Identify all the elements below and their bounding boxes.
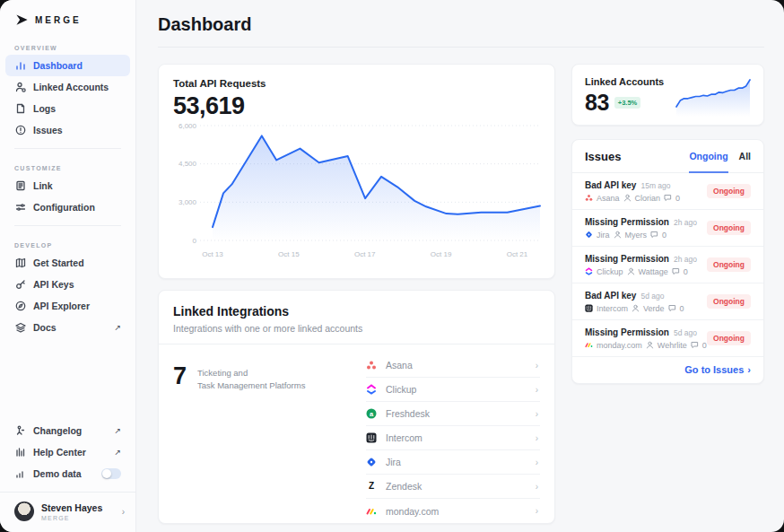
svg-text:Oct 17: Oct 17 <box>354 250 376 258</box>
issue-comment-count: 0 <box>675 194 680 203</box>
issue-row[interactable]: Missing Permission 2h ago Jira Myers 0 <box>572 210 763 247</box>
monday-logo-icon <box>366 506 377 517</box>
issue-integration: monday.com <box>597 341 642 350</box>
issue-row[interactable]: Missing Permission 2h ago Clickup Wattag… <box>572 247 763 283</box>
issue-title: Missing Permission <box>585 217 669 227</box>
issue-comment-count: 0 <box>684 267 688 276</box>
integration-category-label: Ticketing and Task Management Platforms <box>197 364 305 523</box>
issue-time: 5d ago <box>674 328 697 337</box>
delta-badge: +3.5% <box>614 97 640 109</box>
svg-text:Oct 21: Oct 21 <box>507 250 528 258</box>
tab-ongoing[interactable]: Ongoing <box>689 140 727 173</box>
issue-time: 2h ago <box>674 255 697 264</box>
sidebar-item-label: Changelog <box>33 425 82 436</box>
status-badge: Ongoing <box>707 221 751 235</box>
person-icon <box>632 304 640 312</box>
status-badge: Ongoing <box>707 184 751 198</box>
integration-row-monday[interactable]: monday.com › <box>366 499 540 523</box>
status-badge: Ongoing <box>707 331 751 345</box>
help-center-icon <box>14 447 26 458</box>
linked-integrations-card: Linked Integrations Integrations with on… <box>158 290 555 524</box>
svg-text:3,000: 3,000 <box>179 198 197 206</box>
issue-integration: Jira <box>597 231 610 240</box>
file-icon <box>14 103 26 115</box>
freshdesk-logo-icon: a <box>366 408 377 419</box>
layers-icon <box>14 322 26 334</box>
person-icon <box>646 341 654 349</box>
comment-icon <box>691 341 699 349</box>
integration-name: Jira <box>386 457 401 467</box>
integration-name: monday.com <box>386 506 439 517</box>
integration-row-freshdesk[interactable]: a Freshdesk › <box>366 402 540 426</box>
issue-person: Myers <box>625 231 648 240</box>
sidebar-item-label: Linked Accounts <box>33 82 109 92</box>
sidebar-item-logs[interactable]: Logs <box>5 98 130 119</box>
issue-comment-count: 0 <box>680 304 684 313</box>
bar-chart-icon <box>14 60 26 72</box>
integration-row-intercom[interactable]: Intercom › <box>366 426 540 450</box>
person-icon <box>627 267 635 275</box>
total-api-requests-card: Total API Requests 53,619 6,0004,5003,00… <box>158 64 555 279</box>
issue-row[interactable]: Missing Permission 5d ago monday.com Weh… <box>572 320 763 357</box>
integration-list: Asana › Clickup › <box>366 353 540 523</box>
category-line2: Task Management Platforms <box>197 380 305 390</box>
sidebar-item-help-center[interactable]: Help Center ↗ <box>5 441 130 463</box>
profile-menu[interactable]: Steven Hayes MERGE › <box>0 492 135 523</box>
status-badge: Ongoing <box>707 294 751 309</box>
issue-time: 5d ago <box>640 292 664 301</box>
key-icon <box>14 279 26 291</box>
integration-row-zendesk[interactable]: Z Zendesk › <box>366 475 540 499</box>
chevron-right-icon: › <box>536 482 540 492</box>
profile-org: MERGE <box>41 515 102 521</box>
sidebar-item-label: Dashboard <box>33 60 83 71</box>
sidebar-item-configuration[interactable]: Configuration <box>5 196 130 218</box>
integration-name: Freshdesk <box>386 408 430 419</box>
brand-name: MERGE <box>35 15 82 25</box>
svg-text:Z: Z <box>369 481 374 491</box>
issue-person: Clorian <box>635 194 661 203</box>
linked-accounts-title: Linked Accounts <box>585 76 675 87</box>
page-header: Dashboard <box>136 0 784 48</box>
demo-data-toggle[interactable] <box>101 468 121 479</box>
merge-logo-icon <box>14 13 29 27</box>
integration-name: Intercom <box>386 432 422 443</box>
comment-icon <box>672 267 680 275</box>
sidebar-item-label: Get Started <box>33 257 84 268</box>
sidebar-item-docs[interactable]: Docs ↗ <box>5 317 130 338</box>
external-link-icon: ↗ <box>114 448 121 457</box>
tab-all[interactable]: All <box>739 140 751 173</box>
sidebar-item-link[interactable]: Link <box>5 175 130 196</box>
sidebar-item-api-keys[interactable]: API Keys <box>5 274 130 295</box>
sidebar-item-issues[interactable]: Issues <box>5 119 130 141</box>
issue-comment-count: 0 <box>702 341 707 350</box>
main-area: Dashboard Total API Requests 53,619 6,00… <box>136 0 784 532</box>
svg-text:Oct 15: Oct 15 <box>278 250 300 258</box>
sliders-icon <box>14 202 26 214</box>
chevron-right-icon: › <box>536 458 540 467</box>
sidebar-item-label: Logs <box>33 103 56 114</box>
integration-row-clickup[interactable]: Clickup › <box>366 378 540 402</box>
changelog-icon <box>14 425 26 437</box>
linked-accounts-sparkline <box>675 76 751 117</box>
integration-count: 7 <box>173 364 187 523</box>
sidebar-item-linked-accounts[interactable]: Linked Accounts <box>5 76 130 98</box>
issue-time: 2h ago <box>674 218 697 227</box>
integration-row-asana[interactable]: Asana › <box>366 353 540 378</box>
sidebar-item-changelog[interactable]: Changelog ↗ <box>5 420 130 441</box>
section-label-overview: OVERVIEW <box>0 36 135 55</box>
sidebar-item-demo-data[interactable]: Demo data <box>5 463 130 484</box>
issue-row[interactable]: Bad API key 15m ago Asana Clorian 0 <box>572 173 763 210</box>
sidebar-item-dashboard[interactable]: Dashboard <box>5 55 130 76</box>
monday-logo-icon <box>585 341 593 349</box>
integration-row-jira[interactable]: Jira › <box>366 450 540 475</box>
sidebar-item-api-explorer[interactable]: API Explorer <box>5 295 130 317</box>
category-line1: Ticketing and <box>197 368 248 378</box>
go-to-issues-link[interactable]: Go to Issues › <box>572 357 763 383</box>
issue-row[interactable]: Bad API key 5d ago Intercom Verde 0 <box>572 283 763 320</box>
sidebar-item-get-started[interactable]: Get Started <box>5 252 130 274</box>
issue-integration: Asana <box>597 194 620 203</box>
sidebar-item-label: API Explorer <box>33 301 90 311</box>
avatar <box>14 501 34 521</box>
issue-integration: Intercom <box>597 304 628 313</box>
issue-title: Bad API key <box>585 291 636 301</box>
